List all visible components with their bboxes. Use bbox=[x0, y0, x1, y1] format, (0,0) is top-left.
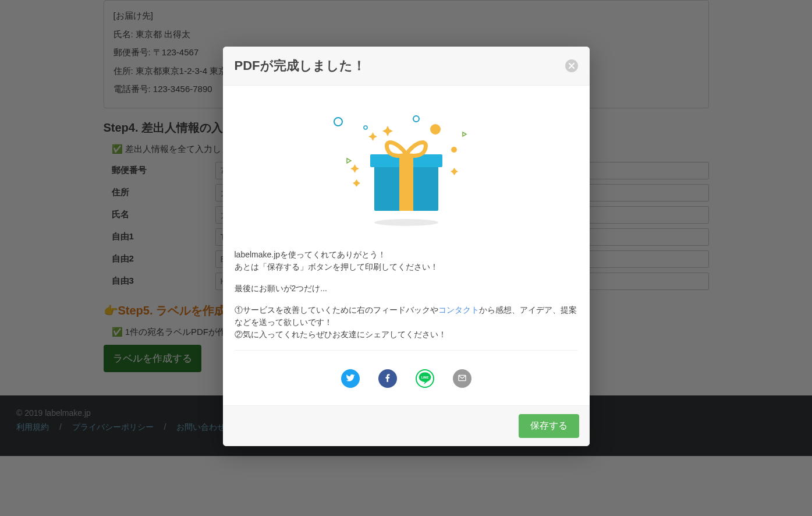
modal-close-button[interactable] bbox=[565, 59, 578, 72]
modal-title: PDFが完成しました！ bbox=[235, 57, 366, 75]
gift-illustration bbox=[235, 97, 578, 249]
modal-text-asks-intro: 最後にお願いが2つだけ... bbox=[235, 282, 578, 295]
facebook-icon bbox=[383, 373, 392, 384]
modal-text-ask1: ①サービスを改善していくために右のフィードバックやコンタクトから感想、アイデア、… bbox=[235, 304, 578, 328]
contact-link[interactable]: コンタクト bbox=[438, 305, 479, 314]
svg-text:LINE: LINE bbox=[421, 375, 428, 379]
close-icon bbox=[569, 59, 575, 72]
modal-text-ask2: ②気に入ってくれたらぜひお友達にシェアしてください！ bbox=[235, 328, 578, 341]
modal-overlay[interactable]: PDFが完成しました！ bbox=[0, 0, 812, 516]
svg-point-4 bbox=[364, 126, 367, 129]
pdf-complete-modal: PDFが完成しました！ bbox=[223, 47, 590, 446]
svg-point-8 bbox=[374, 219, 438, 226]
share-twitter-button[interactable] bbox=[341, 369, 360, 388]
line-icon: LINE bbox=[417, 370, 433, 388]
share-line-button[interactable]: LINE bbox=[416, 369, 434, 388]
modal-text-thanks: labelmake.jpを使ってくれてありがとう！ bbox=[235, 249, 578, 261]
share-email-button[interactable] bbox=[453, 369, 471, 388]
twitter-icon bbox=[346, 373, 355, 384]
svg-point-3 bbox=[413, 116, 419, 122]
svg-point-0 bbox=[430, 124, 441, 135]
svg-point-2 bbox=[334, 118, 342, 126]
svg-rect-7 bbox=[399, 154, 413, 211]
svg-point-1 bbox=[451, 147, 457, 153]
modal-text-instruction: あとは「保存する」ボタンを押して印刷してください！ bbox=[235, 261, 578, 273]
email-icon bbox=[458, 373, 467, 384]
share-facebook-button[interactable] bbox=[378, 369, 397, 388]
save-button[interactable]: 保存する bbox=[519, 414, 579, 438]
